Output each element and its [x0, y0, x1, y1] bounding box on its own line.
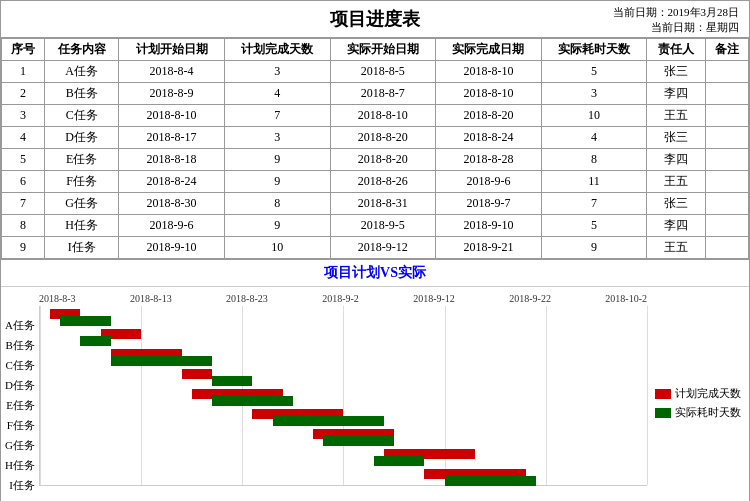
actual-bar: [374, 456, 425, 466]
table-cell: 8: [2, 215, 45, 237]
table-cell: G任务: [45, 193, 119, 215]
table-cell: [705, 149, 748, 171]
table-cell: [705, 83, 748, 105]
table-row: 5E任务2018-8-1892018-8-202018-8-288李四: [2, 149, 749, 171]
table-cell: 2018-9-21: [436, 237, 542, 259]
header-row: 项目进度表 当前日期：2019年3月28日 当前日期：星期四: [1, 1, 749, 38]
table-row: 4D任务2018-8-1732018-8-202018-8-244张三: [2, 127, 749, 149]
table-header-cell: 任务内容: [45, 39, 119, 61]
table-cell: 5: [541, 215, 647, 237]
table-cell: 5: [541, 61, 647, 83]
date-label1: 当前日期：: [613, 6, 668, 18]
legend-planned-color: [655, 389, 671, 399]
table-cell: 3: [2, 105, 45, 127]
table-cell: [705, 127, 748, 149]
chart-task-label: G任务: [5, 435, 39, 455]
bar-row: [40, 446, 647, 466]
table-cell: 3: [541, 83, 647, 105]
table-cell: 9: [224, 149, 330, 171]
actual-bar: [273, 416, 384, 426]
chart-task-label: H任务: [5, 455, 39, 475]
legend-actual-label: 实际耗时天数: [675, 405, 741, 420]
table-cell: A任务: [45, 61, 119, 83]
legend-planned-label: 计划完成天数: [675, 386, 741, 401]
table-cell: 2018-8-10: [436, 83, 542, 105]
table-cell: 3: [224, 61, 330, 83]
chart-task-label: F任务: [5, 415, 39, 435]
table-cell: D任务: [45, 127, 119, 149]
table-cell: I任务: [45, 237, 119, 259]
legend-actual-color: [655, 408, 671, 418]
table-cell: 7: [2, 193, 45, 215]
table-row: 3C任务2018-8-1072018-8-102018-8-2010王五: [2, 105, 749, 127]
table-cell: 2018-9-6: [436, 171, 542, 193]
table-cell: 2018-8-26: [330, 171, 436, 193]
table-cell: 2018-8-10: [330, 105, 436, 127]
table-cell: 2018-8-4: [119, 61, 225, 83]
table-cell: 8: [541, 149, 647, 171]
actual-bar: [445, 476, 536, 486]
table-cell: 9: [541, 237, 647, 259]
table-cell: E任务: [45, 149, 119, 171]
table-cell: [705, 105, 748, 127]
chart-grid: [39, 306, 647, 486]
table-cell: 4: [2, 127, 45, 149]
table-cell: 张三: [647, 193, 706, 215]
table-cell: 4: [541, 127, 647, 149]
actual-bar: [60, 316, 111, 326]
actual-bar: [80, 336, 110, 346]
plan-bar: [182, 369, 212, 379]
table-cell: 2018-8-10: [119, 105, 225, 127]
chart-task-label: B任务: [5, 335, 39, 355]
table-cell: 6: [2, 171, 45, 193]
bar-row: [40, 346, 647, 366]
table-cell: 1: [2, 61, 45, 83]
table-cell: 2018-9-10: [436, 215, 542, 237]
chart-legend: 计划完成天数 实际耗时天数: [647, 293, 749, 495]
table-cell: 10: [541, 105, 647, 127]
table-cell: [705, 193, 748, 215]
chart-x-label: 2018-10-2: [605, 293, 647, 304]
table-cell: [705, 171, 748, 193]
chart-main: 2018-8-32018-8-132018-8-232018-9-22018-9…: [39, 293, 647, 495]
chart-task-labels: A任务B任务C任务D任务E任务F任务G任务H任务I任务: [1, 293, 39, 495]
chart-task-label: D任务: [5, 375, 39, 395]
table-cell: [705, 61, 748, 83]
table-header-cell: 计划完成天数: [224, 39, 330, 61]
chart-title: 项目计划VS实际: [1, 260, 749, 287]
chart-section: 项目计划VS实际 A任务B任务C任务D任务E任务F任务G任务H任务I任务 201…: [1, 259, 749, 501]
table-cell: [705, 237, 748, 259]
bar-row: [40, 426, 647, 446]
table-cell: 2018-8-31: [330, 193, 436, 215]
table-cell: 李四: [647, 149, 706, 171]
table-row: 2B任务2018-8-942018-8-72018-8-103李四: [2, 83, 749, 105]
table-cell: 2018-8-24: [119, 171, 225, 193]
table-cell: 7: [541, 193, 647, 215]
table-cell: 李四: [647, 215, 706, 237]
table-row: 7G任务2018-8-3082018-8-312018-9-77张三: [2, 193, 749, 215]
table-cell: 4: [224, 83, 330, 105]
table-cell: 11: [541, 171, 647, 193]
table-cell: 2018-9-7: [436, 193, 542, 215]
table-cell: 2018-8-7: [330, 83, 436, 105]
chart-x-label: 2018-8-3: [39, 293, 76, 304]
actual-bar: [111, 356, 212, 366]
table-cell: 2018-8-17: [119, 127, 225, 149]
table-cell: 2018-8-10: [436, 61, 542, 83]
table-cell: C任务: [45, 105, 119, 127]
table-row: 9I任务2018-9-10102018-9-122018-9-219王五: [2, 237, 749, 259]
bar-row: [40, 406, 647, 426]
bar-row: [40, 326, 647, 346]
table-header-cell: 实际耗时天数: [541, 39, 647, 61]
table-cell: 2018-8-5: [330, 61, 436, 83]
bar-row: [40, 386, 647, 406]
table-cell: 2018-8-9: [119, 83, 225, 105]
table-cell: 5: [2, 149, 45, 171]
bar-row: [40, 366, 647, 386]
table-cell: 张三: [647, 127, 706, 149]
chart-x-label: 2018-8-13: [130, 293, 172, 304]
table-cell: 王五: [647, 171, 706, 193]
day-label: 当前日期：: [651, 21, 706, 33]
table-cell: H任务: [45, 215, 119, 237]
header-date: 当前日期：2019年3月28日 当前日期：星期四: [613, 5, 740, 36]
